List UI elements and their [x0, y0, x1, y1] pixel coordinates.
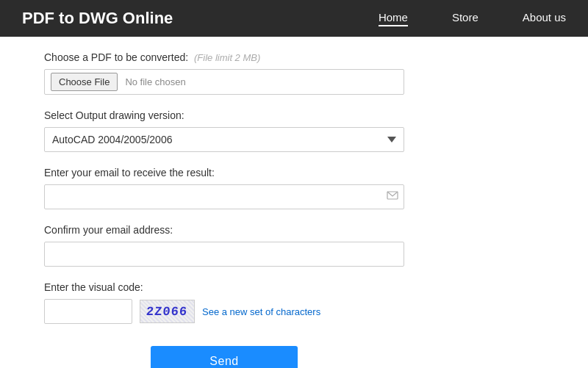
file-input-wrapper: Choose File No file chosen — [44, 69, 404, 95]
output-version-select[interactable]: AutoCAD 2004/2005/2006 AutoCAD 2007/2008… — [44, 127, 404, 152]
email-input[interactable] — [44, 184, 404, 209]
email-group: Enter your email to receive the result: — [44, 167, 544, 209]
app-title: PDF to DWG Online — [22, 9, 379, 28]
visual-code-wrapper: 2Z066 See a new set of characters — [44, 299, 544, 324]
file-upload-group: Choose a PDF to be converted: (File limi… — [44, 51, 544, 95]
main-content: Choose a PDF to be converted: (File limi… — [0, 37, 588, 368]
send-button-wrapper: Send — [44, 346, 404, 368]
nav-home[interactable]: Home — [379, 11, 408, 26]
visual-code-input[interactable] — [44, 299, 132, 324]
email-label: Enter your email to receive the result: — [44, 167, 544, 178]
confirm-email-group: Confirm your email address: — [44, 224, 544, 267]
output-version-group: Select Output drawing version: AutoCAD 2… — [44, 109, 544, 152]
visual-code-label: Enter the visual code: — [44, 281, 544, 293]
visual-code-group: Enter the visual code: 2Z066 See a new s… — [44, 281, 544, 324]
choose-file-button[interactable]: Choose File — [51, 73, 118, 91]
file-chosen-text: No file chosen — [125, 76, 185, 87]
file-note: (File limit 2 MB) — [194, 52, 260, 63]
nav: Home Store About us — [379, 11, 566, 26]
captcha-text: 2Z066 — [146, 305, 189, 319]
output-label: Select Output drawing version: — [44, 109, 544, 121]
email-input-wrapper — [44, 184, 404, 209]
nav-about[interactable]: About us — [523, 11, 566, 26]
confirm-email-label: Confirm your email address: — [44, 224, 544, 236]
confirm-email-input[interactable] — [44, 242, 404, 267]
see-new-characters-link[interactable]: See a new set of characters — [202, 306, 320, 317]
file-label: Choose a PDF to be converted: (File limi… — [44, 51, 544, 63]
header: PDF to DWG Online Home Store About us — [0, 0, 588, 37]
nav-store[interactable]: Store — [452, 11, 478, 26]
send-button[interactable]: Send — [151, 346, 298, 368]
email-icon — [387, 190, 398, 204]
captcha-image: 2Z066 — [140, 300, 195, 323]
